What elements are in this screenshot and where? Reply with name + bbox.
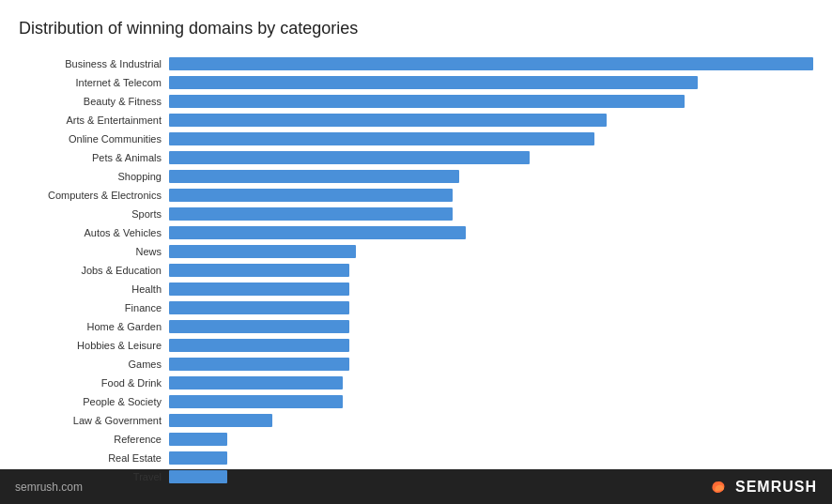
bar-row: Autos & Vehicles (19, 224, 813, 241)
bar-fill (169, 339, 349, 352)
bar-fill (169, 358, 349, 371)
bar-track (169, 320, 813, 333)
bar-label: People & Society (19, 396, 169, 407)
bar-label: Computers & Electronics (19, 190, 169, 201)
footer-site: semrush.com (15, 481, 83, 494)
bar-label: Autos & Vehicles (19, 227, 169, 238)
bar-track (169, 264, 813, 277)
bar-fill (169, 189, 453, 202)
bar-fill (169, 395, 343, 408)
bar-fill (169, 414, 272, 427)
bar-row: Computers & Electronics (19, 187, 813, 204)
bar-fill (169, 207, 453, 221)
semrush-icon (707, 476, 730, 498)
bar-track (169, 339, 813, 352)
bar-row: Food & Drink (19, 374, 813, 391)
bar-fill (169, 283, 349, 296)
bar-track (169, 376, 813, 389)
bar-fill (169, 264, 349, 277)
semrush-logo: SEMRUSH (735, 479, 817, 496)
bar-row: Hobbies & Leisure (19, 337, 813, 354)
bar-track (169, 151, 813, 164)
bar-fill (169, 433, 227, 446)
bar-row: Real Estate (19, 450, 813, 466)
bar-fill (169, 320, 349, 333)
bar-track (169, 207, 813, 221)
bar-row: Travel (19, 468, 813, 485)
bar-track (169, 301, 813, 314)
bar-track (169, 395, 813, 408)
bar-row: Finance (19, 299, 813, 316)
bar-label: Online Communities (19, 133, 169, 145)
chart-title: Distribution of winning domains by categ… (19, 19, 813, 38)
bar-label: Home & Garden (19, 321, 169, 332)
bar-label: Jobs & Education (19, 265, 169, 276)
bar-label: Hobbies & Leisure (19, 340, 169, 351)
bar-fill (169, 451, 227, 465)
bar-fill (169, 95, 685, 108)
bar-track (169, 414, 813, 427)
bar-fill (169, 301, 349, 314)
bar-row: News (19, 243, 813, 260)
bar-fill (169, 170, 459, 183)
bar-label: Arts & Entertainment (19, 115, 169, 126)
bar-row: Games (19, 356, 813, 373)
bar-row: People & Society (19, 393, 813, 410)
bar-track (169, 57, 813, 70)
bar-fill (169, 57, 813, 70)
bar-label: Internet & Telecom (19, 77, 169, 88)
bar-track (169, 95, 813, 108)
bar-label: Real Estate (19, 452, 169, 464)
bar-label: Sports (19, 208, 169, 220)
bar-fill (169, 114, 607, 127)
bar-row: Business & Industrial (19, 55, 813, 72)
bar-label: Beauty & Fitness (19, 96, 169, 107)
bar-label: Law & Government (19, 415, 169, 426)
bar-label: News (19, 246, 169, 257)
bar-track (169, 451, 813, 465)
bar-fill (169, 76, 698, 89)
bar-track (169, 358, 813, 371)
bar-fill (169, 376, 343, 389)
bar-row: Law & Government (19, 412, 813, 429)
bar-row: Pets & Animals (19, 149, 813, 166)
bar-row: Arts & Entertainment (19, 112, 813, 129)
bar-track (169, 76, 813, 89)
bar-fill (169, 245, 356, 258)
bar-track (169, 189, 813, 202)
bar-label: Games (19, 359, 169, 370)
bar-row: Shopping (19, 168, 813, 185)
bar-label: Finance (19, 302, 169, 313)
bar-fill (169, 132, 594, 145)
bar-track (169, 433, 813, 446)
bar-row: Internet & Telecom (19, 74, 813, 91)
bar-label: Health (19, 283, 169, 295)
bar-label: Shopping (19, 171, 169, 182)
bar-fill (169, 226, 466, 239)
bar-row: Online Communities (19, 130, 813, 147)
bar-row: Reference (19, 431, 813, 448)
bar-row: Beauty & Fitness (19, 93, 813, 110)
bar-fill (169, 470, 227, 483)
bar-row: Sports (19, 206, 813, 222)
bar-track (169, 132, 813, 145)
footer-brand: SEMRUSH (707, 476, 817, 498)
bar-label: Food & Drink (19, 377, 169, 389)
bar-row: Health (19, 281, 813, 298)
bar-track (169, 226, 813, 239)
bar-label: Business & Industrial (19, 58, 169, 69)
bar-label: Pets & Animals (19, 152, 169, 163)
bar-label: Reference (19, 434, 169, 445)
bar-track (169, 283, 813, 296)
bar-chart: Business & IndustrialInternet & TelecomB… (19, 55, 813, 485)
bar-track (169, 245, 813, 258)
bar-fill (169, 151, 530, 164)
bar-row: Home & Garden (19, 318, 813, 335)
bar-row: Jobs & Education (19, 262, 813, 279)
bar-track (169, 114, 813, 127)
bar-track (169, 170, 813, 183)
